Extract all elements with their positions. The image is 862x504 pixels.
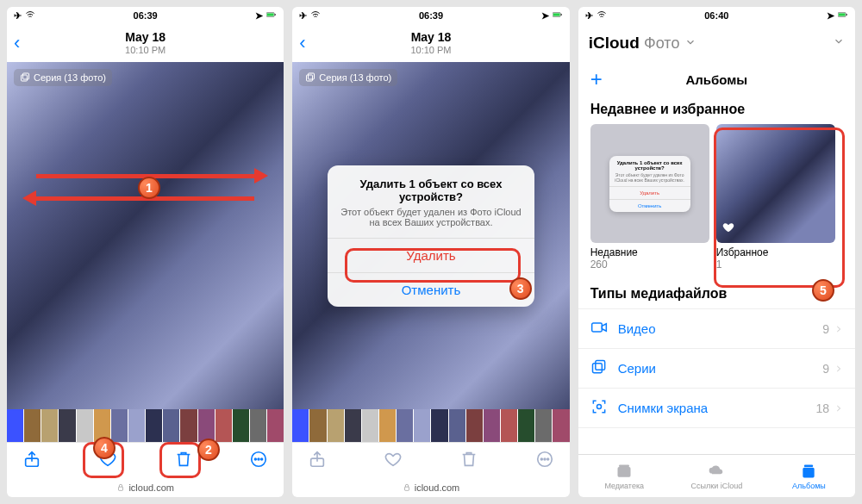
nav-date: May 18 — [410, 31, 451, 44]
filmstrip — [292, 409, 569, 442]
nav-date: May 18 — [125, 31, 166, 44]
filmstrip-thumb[interactable] — [250, 409, 266, 442]
filmstrip-thumb[interactable] — [24, 409, 41, 442]
svg-rect-26 — [592, 364, 602, 373]
list-row-screenshots[interactable]: Снимки экрана 18 — [578, 389, 855, 428]
filmstrip-thumb[interactable] — [7, 409, 23, 442]
back-button[interactable]: ‹ — [299, 32, 305, 54]
filmstrip-thumb[interactable] — [146, 409, 162, 442]
svg-rect-1 — [267, 13, 274, 16]
svg-rect-4 — [23, 73, 29, 79]
filmstrip-thumb — [431, 409, 447, 442]
photo-viewer[interactable]: Серия (13 фото) — [7, 62, 284, 409]
filmstrip-thumb[interactable] — [198, 409, 215, 442]
svg-point-9 — [261, 458, 263, 460]
svg-rect-14 — [307, 75, 313, 81]
icloud-switcher[interactable]: iCloud Фото — [578, 24, 855, 62]
brand-section: Фото — [644, 34, 679, 52]
battery-icon — [266, 9, 277, 22]
filmstrip-thumb[interactable] — [180, 409, 197, 442]
filmstrip-thumb — [449, 409, 465, 442]
annotation-5: 5 — [812, 279, 834, 302]
svg-point-18 — [540, 458, 542, 460]
svg-rect-31 — [803, 467, 815, 477]
filmstrip-thumb[interactable] — [128, 409, 145, 442]
status-bar: ✈︎ 06:39 ➤ — [292, 7, 569, 24]
filmstrip-thumb[interactable] — [163, 409, 179, 442]
svg-point-7 — [255, 458, 257, 460]
svg-point-19 — [544, 458, 546, 460]
more-button[interactable] — [249, 450, 268, 472]
airplane-icon: ✈︎ — [585, 10, 593, 22]
page-title: Альбомы — [685, 72, 747, 87]
status-bar: ✈︎ 06:39 ➤ — [7, 7, 284, 24]
location-icon: ➤ — [541, 10, 549, 22]
svg-rect-25 — [591, 323, 602, 332]
filmstrip-thumb — [466, 409, 483, 442]
nav-time: 10:10 PM — [125, 45, 166, 55]
tab-icloud-links[interactable]: Ссылки iCloud — [671, 455, 763, 497]
filmstrip-thumb[interactable] — [111, 409, 128, 442]
filmstrip-thumb[interactable] — [59, 409, 75, 442]
filmstrip-thumb[interactable] — [267, 409, 284, 442]
filmstrip-thumb — [362, 409, 378, 442]
tab-bar: Медиатека Ссылки iCloud Альбомы — [578, 454, 855, 497]
svg-rect-23 — [839, 13, 846, 16]
battery-icon — [838, 9, 848, 22]
filmstrip-thumb[interactable] — [41, 409, 58, 442]
album-count: 260 — [590, 258, 709, 271]
wifi-icon — [597, 9, 607, 22]
svg-rect-13 — [560, 14, 561, 16]
dialog-title: Удалить 1 объект со всех устройств? — [328, 165, 534, 207]
location-icon: ➤ — [827, 10, 834, 22]
filmstrip-thumb[interactable] — [216, 409, 232, 442]
add-album-button[interactable]: + — [590, 67, 603, 91]
burst-chip: Серия (13 фото) — [299, 69, 397, 86]
share-button[interactable] — [22, 450, 41, 472]
location-icon: ➤ — [255, 10, 263, 22]
nav-bar: ‹ May 18 10:10 PM — [292, 24, 569, 62]
filmstrip-thumb — [397, 409, 413, 442]
nav-time: 10:10 PM — [410, 45, 451, 55]
status-time: 06:39 — [134, 10, 158, 21]
album-recent[interactable]: Удалить 1 объект со всех устройств? Этот… — [590, 124, 709, 271]
filmstrip-thumb — [501, 409, 517, 442]
filmstrip-thumb[interactable] — [77, 409, 93, 442]
list-row-bursts[interactable]: Серии 9 — [578, 349, 855, 389]
svg-rect-24 — [846, 14, 847, 16]
delete-confirmation-dialog: Удалить 1 объект со всех устройств? Этот… — [328, 165, 534, 307]
filmstrip-thumb — [518, 409, 534, 442]
highlight-delete — [159, 442, 201, 478]
back-button[interactable]: ‹ — [14, 32, 20, 54]
nav-bar: ‹ May 18 10:10 PM — [7, 24, 284, 62]
tab-albums[interactable]: Альбомы — [763, 455, 855, 497]
more-button — [535, 450, 554, 472]
filmstrip-thumb — [535, 409, 552, 442]
airplane-icon: ✈︎ — [14, 10, 22, 22]
screen-1-photo-viewer: ✈︎ 06:39 ➤ ‹ May 18 10:10 PM Серия (13 ф… — [7, 7, 284, 497]
status-time: 06:40 — [704, 10, 728, 21]
tab-library[interactable]: Медиатека — [578, 455, 671, 497]
svg-rect-29 — [618, 467, 631, 477]
filmstrip-thumb[interactable] — [233, 409, 249, 442]
svg-rect-3 — [22, 75, 28, 81]
battery-icon — [553, 9, 563, 22]
dialog-message: Этот объект будет удален из Фото iCloud … — [328, 207, 534, 238]
share-button — [308, 450, 327, 472]
chevron-down-icon — [684, 34, 696, 52]
chevron-down-icon[interactable] — [833, 35, 845, 51]
list-row-video[interactable]: Видео 9 — [578, 309, 855, 349]
filmstrip-thumb — [328, 409, 344, 442]
svg-point-8 — [258, 458, 259, 460]
svg-rect-2 — [275, 14, 276, 16]
filmstrip[interactable] — [7, 409, 284, 442]
wifi-icon — [310, 9, 321, 22]
airplane-icon: ✈︎ — [299, 10, 307, 22]
photo-viewer: Серия (13 фото) Удалить 1 объект со всех… — [292, 62, 569, 409]
favorite-button — [384, 450, 403, 472]
svg-rect-12 — [553, 13, 559, 16]
filmstrip-thumb — [345, 409, 361, 442]
burst-chip[interactable]: Серия (13 фото) — [14, 69, 112, 86]
swipe-annotation — [7, 62, 284, 409]
screen-3-albums: ✈︎ 06:40 ➤ iCloud Фото + Альбомы Недавне… — [578, 7, 855, 497]
